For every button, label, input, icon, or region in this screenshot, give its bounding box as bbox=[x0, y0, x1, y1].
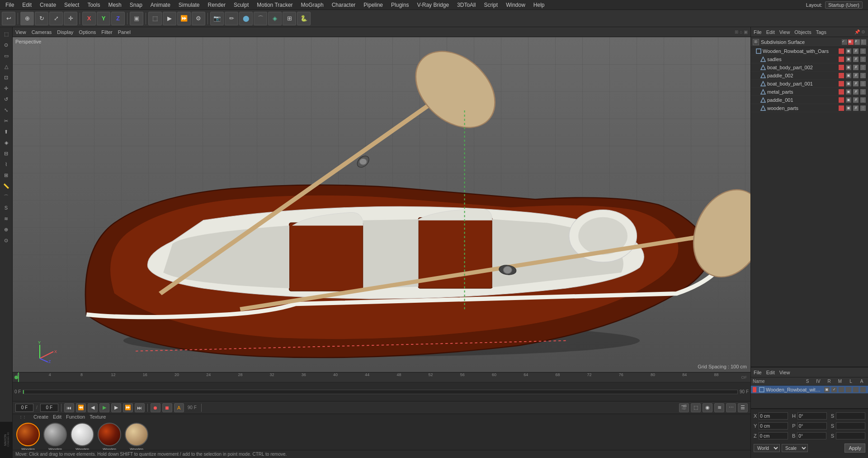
sidebar-paint-icon[interactable]: S bbox=[1, 203, 11, 213]
vp-menu-filter[interactable]: Filter bbox=[101, 29, 112, 35]
x-axis-button[interactable]: X bbox=[82, 12, 96, 25]
menu-edit[interactable]: Edit bbox=[19, 1, 35, 9]
timeline-bar[interactable]: 0 F 90 F bbox=[13, 382, 750, 401]
layout-value[interactable]: Startup (User) bbox=[825, 1, 863, 9]
menu-animate[interactable]: Animate bbox=[147, 1, 174, 9]
obj-bottom-a-0[interactable] bbox=[860, 387, 866, 392]
obj-row-wooden-parts[interactable]: wooden_parts ▣ ✗ ⋮ bbox=[751, 104, 868, 112]
obj-solo-4[interactable]: ⋮ bbox=[860, 81, 866, 86]
menu-3dtoall[interactable]: 3DToAll bbox=[453, 1, 479, 9]
render-active-button[interactable]: ▶ bbox=[163, 12, 176, 25]
rotate-tool-button[interactable]: ↻ bbox=[35, 12, 48, 25]
stop-button[interactable]: ⏹ bbox=[162, 403, 172, 412]
prev-key-button[interactable]: ⏪ bbox=[76, 403, 86, 412]
menu-plugins[interactable]: Plugins bbox=[387, 1, 412, 9]
move-tool-button[interactable]: ⊕ bbox=[20, 12, 34, 25]
sidebar-loop-icon[interactable]: ⊡ bbox=[1, 72, 11, 82]
obj-row-boat-body-001[interactable]: boat_body_part_001 ▣ ✗ ⋮ bbox=[751, 80, 868, 88]
obj-bottom-row-0[interactable]: Wooden_Rowboat_with_Oars ▣ ✓ bbox=[751, 386, 868, 394]
obj-render-6[interactable]: ▣ bbox=[846, 97, 851, 103]
obj-row-sadles[interactable]: sadles ▣ ✗ ⋮ bbox=[751, 55, 868, 63]
play-button[interactable]: ▶ bbox=[99, 403, 109, 412]
coord-p-input[interactable] bbox=[797, 422, 827, 429]
material-ball-1[interactable] bbox=[43, 423, 67, 446]
scale-tool-button[interactable]: ⤢ bbox=[49, 12, 63, 25]
menu-tools[interactable]: Tools bbox=[84, 1, 104, 9]
paint-button[interactable]: ✏ bbox=[225, 12, 238, 25]
menu-window[interactable]: Window bbox=[502, 1, 529, 9]
obj-render-2[interactable]: ▣ bbox=[846, 65, 851, 70]
obj-vis-6[interactable] bbox=[839, 97, 844, 103]
undo-button[interactable]: ↩ bbox=[2, 12, 15, 25]
vp-menu-display[interactable]: Display bbox=[57, 29, 73, 35]
bend-button[interactable]: ⌒ bbox=[254, 12, 267, 25]
obj-solo-5[interactable]: ⋮ bbox=[860, 89, 866, 95]
coord-sy-input[interactable] bbox=[836, 422, 865, 429]
preview-button[interactable]: ◉ bbox=[703, 403, 712, 412]
subdivision-surface-row[interactable]: ⊞ Subdivision Surface ✓ ▣ ✗ ⋮ bbox=[751, 37, 868, 47]
obj-row-boat-body-002[interactable]: boat_body_part_002 ▣ ✗ ⋮ bbox=[751, 63, 868, 72]
sidebar-rect-select-icon[interactable]: ▭ bbox=[1, 51, 11, 61]
subdiv-btn-4[interactable]: ⋮ bbox=[861, 39, 866, 45]
obj-vis-5[interactable] bbox=[839, 89, 844, 95]
menu-vray[interactable]: V-Ray Bridge bbox=[413, 1, 453, 9]
sidebar-select-icon[interactable]: ⬚ bbox=[1, 29, 11, 39]
current-frame-input[interactable] bbox=[15, 404, 33, 412]
obj-bottom-menu-file[interactable]: File bbox=[754, 370, 762, 375]
material-item-1[interactable]: Wooden bbox=[43, 423, 67, 451]
cube-button[interactable]: ▣ bbox=[130, 12, 143, 25]
obj-lock-6[interactable]: ✗ bbox=[853, 97, 859, 103]
obj-solo-7[interactable]: ⋮ bbox=[860, 105, 866, 111]
next-frame-button[interactable]: ▶ bbox=[111, 403, 121, 412]
obj-row-metal-parts[interactable]: metal_parts ▣ ✗ ⋮ bbox=[751, 88, 868, 96]
menu-script[interactable]: Script bbox=[480, 1, 501, 9]
render-settings-button[interactable]: ⚙ bbox=[192, 12, 205, 25]
render-region-button[interactable]: ⬚ bbox=[148, 12, 162, 25]
sidebar-poly-select-icon[interactable]: △ bbox=[1, 62, 11, 72]
sidebar-rotate-icon[interactable]: ↺ bbox=[1, 94, 11, 104]
obj-render-1[interactable]: ▣ bbox=[846, 57, 851, 62]
subdiv-btn-3[interactable]: ✗ bbox=[854, 39, 860, 45]
menu-help[interactable]: Help bbox=[530, 1, 548, 9]
obj-render-5[interactable]: ▣ bbox=[846, 89, 851, 95]
subdiv-btn-1[interactable]: ✓ bbox=[842, 39, 847, 45]
obj-bottom-m-0[interactable] bbox=[846, 387, 851, 392]
playhead[interactable] bbox=[18, 372, 19, 382]
vp-menu-panel[interactable]: Panel bbox=[118, 29, 131, 35]
sidebar-move-icon[interactable]: ✛ bbox=[1, 83, 11, 93]
material-item-2[interactable]: Wooden bbox=[71, 423, 94, 451]
menu-sculpt[interactable]: Sculpt bbox=[230, 1, 252, 9]
sidebar-bridge-icon[interactable]: ⌇ bbox=[1, 159, 11, 169]
material-ball-2[interactable] bbox=[71, 423, 94, 446]
sidebar-magnet-icon[interactable]: ⊙ bbox=[1, 235, 11, 245]
obj-bottom-iv-0[interactable]: ✓ bbox=[831, 387, 837, 392]
sidebar-spline-icon[interactable]: ⌒ bbox=[1, 192, 11, 202]
obj-vis-4[interactable] bbox=[839, 81, 844, 86]
transform-mode-dropdown[interactable]: Scale Move Rotate bbox=[782, 444, 808, 452]
obj-settings-icon[interactable]: ⚙ bbox=[861, 29, 865, 34]
material-item-3[interactable]: Wooden bbox=[98, 423, 121, 451]
sidebar-sculpt-icon[interactable]: ≋ bbox=[1, 214, 11, 224]
vp-menu-cameras[interactable]: Cameras bbox=[32, 29, 52, 35]
timeline-ruler[interactable]: 0 4 8 12 16 20 24 28 32 36 40 44 48 52 5… bbox=[13, 372, 750, 382]
obj-menu-tags[interactable]: Tags bbox=[816, 29, 826, 35]
menu-file[interactable]: File bbox=[2, 1, 18, 9]
python-button[interactable]: 🐍 bbox=[297, 12, 311, 25]
material-button[interactable]: ⬤ bbox=[239, 12, 253, 25]
obj-row-paddle-002[interactable]: paddle_002 ▣ ✗ ⋮ bbox=[751, 72, 868, 80]
go-start-button[interactable]: ⏮ bbox=[64, 403, 74, 412]
menu-simulate[interactable]: Simulate bbox=[175, 1, 203, 9]
apply-button[interactable]: Apply bbox=[844, 444, 865, 453]
vp-menu-view[interactable]: View bbox=[15, 29, 26, 35]
timeline-scrubber[interactable] bbox=[23, 390, 738, 394]
material-ball-0[interactable] bbox=[16, 423, 40, 446]
material-ball-4[interactable] bbox=[125, 423, 148, 446]
obj-menu-view[interactable]: View bbox=[779, 29, 790, 35]
obj-lock-5[interactable]: ✗ bbox=[853, 89, 859, 95]
obj-solo-6[interactable]: ⋮ bbox=[860, 97, 866, 103]
obj-vis-7[interactable] bbox=[839, 105, 844, 111]
end-frame-input[interactable] bbox=[40, 404, 58, 412]
obj-menu-objects[interactable]: Objects bbox=[794, 29, 811, 35]
obj-vis-1[interactable] bbox=[839, 57, 844, 62]
transform-tool-button[interactable]: ✛ bbox=[64, 12, 77, 25]
